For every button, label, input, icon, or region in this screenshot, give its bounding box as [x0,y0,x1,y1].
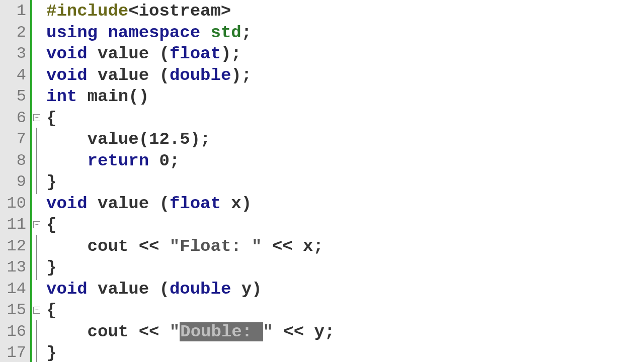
text-selection: Double: [180,322,263,341]
line-number: 8 [0,150,30,172]
code-line[interactable]: #include<iostream> [46,1,644,22]
code-line[interactable]: { [46,214,644,236]
code-area[interactable]: #include<iostream> using namespace std; … [43,0,644,362]
code-line[interactable]: { [46,108,644,129]
line-number: 11 [0,214,30,236]
code-line[interactable]: { [46,300,644,321]
line-number: 9 [0,171,30,193]
code-line[interactable]: } [46,257,644,279]
fold-toggle-icon[interactable] [33,114,40,121]
fold-toggle-icon[interactable] [33,307,40,314]
line-number: 2 [0,22,30,44]
line-number: 6 [0,108,30,129]
line-number: 13 [0,257,30,279]
line-number: 14 [0,279,30,300]
code-line[interactable]: void value (float x) [46,193,644,215]
fold-margin [32,0,43,362]
code-line[interactable]: void value (double); [46,65,644,86]
code-line[interactable]: using namespace std; [46,22,644,44]
code-line[interactable]: return 0; [46,150,644,172]
code-line[interactable]: int main() [46,86,644,108]
line-number: 5 [0,86,30,108]
line-number: 4 [0,65,30,86]
line-number: 3 [0,43,30,65]
code-line[interactable]: cout << "Double: " << y; [46,321,644,343]
code-editor[interactable]: 1 2 3 4 5 6 7 8 9 10 11 12 13 14 15 16 1… [0,0,644,362]
line-number: 10 [0,193,30,215]
code-line[interactable]: } [46,342,644,362]
line-number: 15 [0,300,30,321]
code-line[interactable]: } [46,171,644,193]
line-number: 16 [0,321,30,343]
line-number: 17 [0,342,30,362]
line-number-gutter: 1 2 3 4 5 6 7 8 9 10 11 12 13 14 15 16 1… [0,0,32,362]
code-line[interactable]: value(12.5); [46,129,644,150]
code-line[interactable]: void value (double y) [46,279,644,300]
fold-toggle-icon[interactable] [33,221,40,228]
code-line[interactable]: void value (float); [46,43,644,65]
line-number: 7 [0,129,30,150]
code-line[interactable]: cout << "Float: " << x; [46,236,644,257]
line-number: 12 [0,236,30,257]
line-number: 1 [0,1,30,22]
